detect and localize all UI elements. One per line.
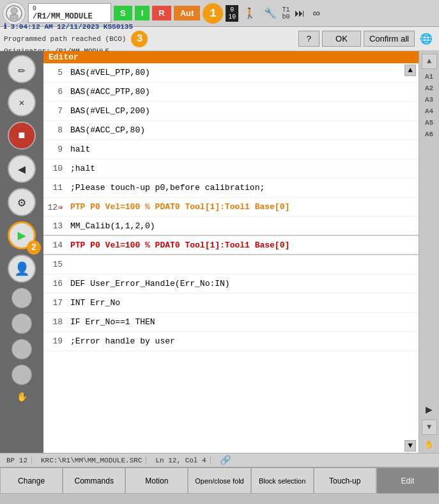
counter-box: 0 10 (226, 5, 238, 22)
main-area: ✏️ ✕ ■ ◀ ⚙️ ▶ 2 👤 ✋ Editor ▲ 5 BAS(#VEL_… (0, 51, 439, 453)
line-content: BAS(#VEL_PTP,80) (70, 68, 150, 77)
line-number: 6 (46, 87, 70, 97)
code-line-5: 5 BAS(#VEL_PTP,80) (43, 63, 419, 83)
line-content: PTP P0 Vel=100 % PDAT0 Tool[1]:Tool1 Bas… (70, 240, 289, 250)
confirm-all-button[interactable]: Confirm all (364, 31, 415, 47)
line-content: BAS(#VEL_CP,200) (70, 106, 150, 116)
play-right-btn[interactable]: ▶ (423, 403, 435, 416)
counter-bottom: 10 (228, 13, 236, 20)
touch-up-button[interactable]: Touch-up (314, 468, 376, 494)
badge-3: 3 (131, 31, 148, 47)
hand-icon[interactable]: ✋ (14, 390, 30, 403)
code-line-17: 17 INT Err_No (43, 294, 419, 313)
open-close-fold-button[interactable]: Open/close fold (188, 468, 250, 494)
circle-2 (12, 313, 32, 334)
line-number: 18 (46, 317, 70, 327)
code-line-11: 11 ;Please touch-up p0,before calibratio… (43, 178, 419, 198)
t1-display: T1 b0 (282, 6, 289, 20)
notif-line1: ℹ 3:04:12 AM 12/11/2023 KSS0135 (4, 22, 291, 31)
code-line-9: 9 halt (43, 140, 419, 159)
line-content: ;halt (70, 164, 95, 173)
badge-2: 2 (27, 240, 41, 255)
infinity-icon[interactable]: ∞ (310, 6, 322, 20)
line-number: 10 (46, 164, 70, 173)
left-sidebar: ✏️ ✕ ■ ◀ ⚙️ ▶ 2 👤 ✋ (0, 51, 43, 453)
btn-aut[interactable]: Aut (174, 6, 201, 20)
line-content: PTP P0 Vel=100 % PDAT0 Tool[1]:Tool1 Bas… (70, 202, 289, 212)
motion-button[interactable]: Motion (125, 468, 188, 494)
btn-i[interactable]: I (135, 6, 150, 20)
code-line-18: 18 IF Err_No==1 THEN (43, 313, 419, 332)
commands-button[interactable]: Commands (63, 468, 125, 494)
bottom-toolbar: Change Commands Motion Open/close fold B… (0, 467, 439, 494)
globe-icon[interactable]: 🌐 (417, 31, 435, 46)
tools-icon[interactable]: 🔧 (261, 6, 279, 20)
notif-line2: Programmed path reached (BCO) (4, 35, 126, 43)
question-button[interactable]: ? (298, 31, 320, 47)
line-content: DEF User_Error_Handle(Err_No:IN) (70, 279, 230, 288)
walk-icon[interactable]: 🚶 (241, 6, 259, 20)
line-content: INT Err_No (70, 298, 120, 308)
a1-label: A1 (425, 73, 433, 81)
right-sidebar: ▲ A1 A2 A3 A4 A5 A6 ▶ ▼ ✋ (419, 51, 439, 453)
path-display: 0 /R1/MM_MODULE (28, 3, 111, 23)
line-content: BAS(#ACC_PTP,80) (70, 87, 150, 97)
ok-button[interactable]: OK (322, 31, 361, 47)
back-btn[interactable]: ◀ (8, 155, 36, 183)
line-number: 13 (46, 221, 70, 231)
counter-top: 0 (230, 6, 234, 13)
line-number: 17 (46, 298, 70, 308)
btn-r[interactable]: R (152, 6, 171, 20)
scroll-down-right[interactable]: ▼ (422, 420, 437, 435)
svg-rect-2 (10, 15, 18, 19)
editor-content[interactable]: ▲ 5 BAS(#VEL_PTP,80)6 BAS(#ACC_PTP,80)7 … (43, 63, 419, 453)
x-close-btn[interactable]: ✕ (8, 88, 36, 116)
user-btn[interactable]: 👤 (8, 255, 36, 283)
code-line-7: 7 BAS(#VEL_CP,200) (43, 102, 419, 121)
line-content: MM_Calib(1,1,2,0) (70, 221, 155, 231)
code-line-19: 19 ;Error handle by user (43, 332, 419, 351)
a3-label: A3 (425, 96, 433, 104)
robot-icon (3, 2, 26, 25)
scroll-down-btn[interactable]: ▼ (404, 440, 416, 452)
hand-right-icon[interactable]: ✋ (422, 439, 436, 450)
gear-btn[interactable]: ⚙️ (8, 188, 36, 216)
code-line-6: 6 BAS(#ACC_PTP,80) (43, 83, 419, 102)
circle-1 (12, 288, 32, 308)
a2-label: A2 (425, 84, 433, 92)
btn-s[interactable]: S (114, 6, 132, 20)
change-button[interactable]: Change (0, 468, 63, 494)
code-line-13: 13 MM_Calib(1,1,2,0) (43, 217, 419, 236)
line-number: 15 (46, 260, 70, 269)
code-line-15: 15 (43, 255, 419, 274)
edit-button[interactable]: Edit (376, 468, 439, 494)
line-content: halt (70, 145, 90, 154)
line-content: ;Error handle by user (70, 336, 175, 346)
edit-sidebar-btn[interactable]: ✏️ (8, 55, 36, 83)
code-line-8: 8 BAS(#ACC_CP,80) (43, 121, 419, 140)
stop-btn[interactable]: ■ (8, 122, 36, 150)
badge-1: 1 (203, 3, 223, 24)
a6-label: A6 (425, 130, 433, 138)
scroll-up-right[interactable]: ▲ (422, 54, 437, 69)
scroll-up-btn[interactable]: ▲ (404, 65, 416, 76)
line-number: 9 (46, 145, 70, 154)
line-content: BAS(#ACC_CP,80) (70, 125, 145, 135)
notif-buttons: ? OK Confirm all (298, 31, 415, 47)
code-lines: 5 BAS(#VEL_PTP,80)6 BAS(#ACC_PTP,80)7 BA… (43, 63, 419, 351)
arrow-marker: ⇒ (58, 203, 63, 212)
skip-icon[interactable]: ⏭ (292, 6, 307, 20)
line-number: 12⇒ (46, 202, 70, 212)
editor-area: Editor ▲ 5 BAS(#VEL_PTP,80)6 BAS(#ACC_PT… (43, 51, 419, 453)
notification-bar: ℹ 3:04:12 AM 12/11/2023 KSS0135 Programm… (0, 27, 439, 51)
code-line-16: 16DEF User_Error_Handle(Err_No:IN) (43, 274, 419, 294)
file-path: KRC:\R1\MM\MM_MODULE.SRC (37, 457, 146, 464)
path-counter: 0 (33, 5, 107, 12)
block-selection-button[interactable]: Block selection (251, 468, 314, 494)
svg-point-1 (11, 8, 17, 14)
a5-label: A5 (425, 119, 433, 127)
line-content: ;Please touch-up p0,before calibration; (70, 183, 265, 193)
circle-3 (12, 339, 32, 359)
cursor-pos: Ln 12, Col 4 (151, 457, 210, 464)
line-number: 7 (46, 106, 70, 116)
